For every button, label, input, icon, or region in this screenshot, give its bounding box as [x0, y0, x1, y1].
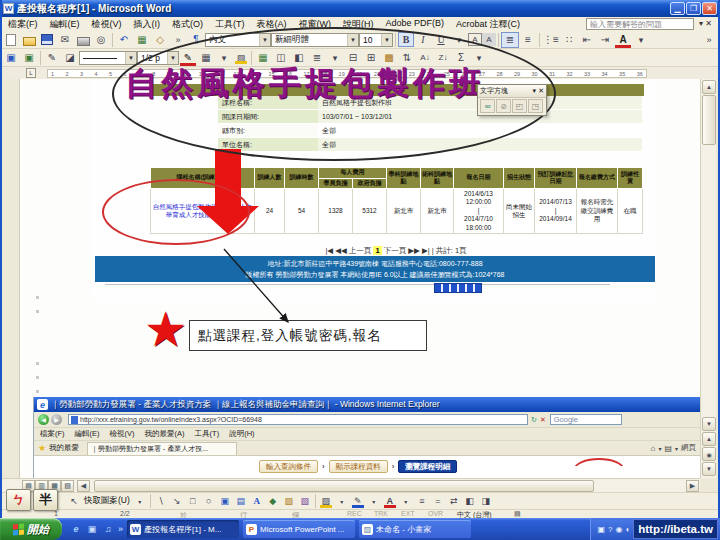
ime-mode-key[interactable]: ㄅ	[6, 489, 31, 511]
line-color-icon[interactable]: ✎	[350, 494, 366, 509]
outline-view-icon[interactable]: ▧	[61, 480, 74, 492]
save-icon[interactable]	[38, 32, 56, 48]
numbering-icon[interactable]: ⋮≡	[542, 32, 560, 48]
status-trk[interactable]: TRK	[374, 510, 388, 517]
next-textbox-icon[interactable]: ◳	[528, 99, 543, 113]
oval-icon[interactable]: ○	[201, 494, 217, 509]
menu-close-icon[interactable]: ▾ ✕	[699, 19, 712, 28]
textbox-toolbar-close-icon[interactable]: ✕	[538, 87, 544, 95]
print-icon[interactable]	[74, 32, 92, 48]
create-link-icon[interactable]: ∞	[480, 99, 495, 113]
select-browse-object-icon[interactable]: ◉	[702, 447, 716, 461]
media-quick-icon[interactable]: ♫	[102, 523, 114, 535]
browse-previous-icon[interactable]: ▲	[702, 432, 716, 446]
align-left-icon[interactable]: ≣	[501, 32, 519, 48]
vertical-scrollbar[interactable]: ▲ ▼ ▲ ◉ ▼	[700, 79, 716, 478]
style-combo[interactable]: 內文▼	[205, 33, 271, 47]
status-ext[interactable]: EXT	[401, 510, 415, 517]
ie-menu-item[interactable]: 說明(H)	[229, 429, 254, 439]
ie-menu-item[interactable]: 工具(T)	[195, 429, 220, 439]
pagination[interactable]: |◀ ◀◀ 上一頁 1 下一頁 ▶▶ ▶| | 共計: 1頁	[150, 246, 642, 256]
stop-icon[interactable]: ✕	[540, 416, 546, 424]
arrow-icon[interactable]: ↘	[169, 494, 185, 509]
ie-menu-item[interactable]: 檔案(F)	[40, 429, 65, 439]
font-size-combo[interactable]: 10▼	[359, 33, 393, 47]
line-style-icon[interactable]: ≡	[414, 494, 430, 509]
task-powerpoint[interactable]: P Microsoft PowerPoint ...	[243, 520, 355, 538]
tab-selector[interactable]: L	[26, 68, 36, 78]
textbox-toolbar-dropdown-icon[interactable]: ▾	[533, 87, 537, 95]
tray-volume-icon[interactable]: ◉	[615, 525, 622, 534]
scroll-right-icon[interactable]: ▶	[686, 480, 699, 492]
undo-icon[interactable]: ↶	[115, 32, 133, 48]
ime-shape-key[interactable]: 半	[33, 489, 58, 511]
clipart-icon[interactable]: ▨	[281, 494, 297, 509]
page-menu-button[interactable]: 網頁	[681, 443, 696, 453]
menu-item[interactable]: 編輯(E)	[44, 18, 86, 31]
address-field[interactable]: http://xxx.etraining.gov.tw/onlineIndex3…	[68, 414, 528, 425]
mail-icon[interactable]: ✉	[56, 32, 74, 48]
font-color-icon[interactable]: A	[614, 32, 632, 48]
fill-color-icon[interactable]: ▨	[318, 494, 334, 509]
step-query-button[interactable]: 輸入查詢條件	[259, 460, 318, 473]
vertical-textbox-icon[interactable]: ▤	[233, 494, 249, 509]
break-link-icon[interactable]: ⊘	[496, 99, 511, 113]
italic-icon[interactable]: I	[414, 32, 432, 48]
status-rec[interactable]: REC	[347, 510, 362, 517]
underline-dropdown-icon[interactable]: ▾	[450, 32, 468, 48]
task-paint[interactable]: ▨ 未命名 - 小畫家	[359, 520, 471, 538]
scroll-up-icon[interactable]: ▲	[702, 80, 716, 94]
draw-font-color-dropdown-icon[interactable]: ▾	[398, 494, 414, 509]
scroll-left-icon[interactable]: ◀	[77, 480, 90, 492]
minimize-button[interactable]: ▁	[670, 2, 685, 15]
favorites-label[interactable]: 我的最愛	[49, 443, 79, 453]
shadow-style-icon[interactable]: ◧	[462, 494, 478, 509]
draw-font-color-icon[interactable]: A	[382, 494, 398, 509]
increase-indent-icon[interactable]: ⇥	[596, 32, 614, 48]
font-combo[interactable]: 新細明體▼	[271, 33, 359, 47]
step-course-data-button[interactable]: 顯示課程資料	[329, 460, 388, 473]
home-dropdown-icon[interactable]: ▾	[658, 445, 661, 452]
doc-map-icon[interactable]: ▣	[2, 50, 20, 66]
ie-quick-icon[interactable]: e	[70, 523, 82, 535]
font-color-dropdown-icon[interactable]: ▾	[632, 32, 650, 48]
menu-item[interactable]: 檔案(F)	[2, 18, 44, 31]
horizontal-scroll-thumb[interactable]	[94, 480, 594, 492]
print-preview-icon[interactable]: ◎	[92, 32, 110, 48]
menu-item[interactable]: 插入(I)	[128, 18, 167, 31]
select-objects-icon[interactable]: ↖	[66, 494, 82, 509]
menu-item[interactable]: 表格(A)	[251, 18, 293, 31]
previous-textbox-icon[interactable]: ◰	[512, 99, 527, 113]
styles-icon[interactable]: ¶	[187, 32, 205, 48]
eraser-icon[interactable]: ◪	[61, 50, 79, 66]
draw-table-pen-icon[interactable]: ✎	[43, 50, 61, 66]
align-center-icon[interactable]: ≡	[519, 32, 537, 48]
ie-menu-item[interactable]: 檢視(V)	[110, 429, 135, 439]
close-button[interactable]: ✕	[702, 2, 717, 15]
toolbar-more-icon[interactable]: »	[700, 32, 718, 48]
menu-item[interactable]: 說明(H)	[337, 18, 380, 31]
wordart-icon[interactable]: A	[249, 494, 265, 509]
menu-item[interactable]: 檢視(V)	[86, 18, 128, 31]
decrease-indent-icon[interactable]: ⇤	[578, 32, 596, 48]
home-icon[interactable]: ⌂	[651, 444, 656, 453]
menu-item[interactable]: Acrobat 注釋(C)	[450, 18, 526, 31]
vertical-scroll-thumb[interactable]	[702, 95, 716, 145]
dash-style-icon[interactable]: =	[430, 494, 446, 509]
help-question-box[interactable]: 輸入需要解答的問題	[586, 18, 694, 30]
char-border-icon[interactable]: A	[468, 33, 482, 46]
bullets-icon[interactable]: ∷	[560, 32, 578, 48]
ime-indicator[interactable]: ㄅ 半	[6, 489, 60, 513]
menu-item[interactable]: 格式(O)	[166, 18, 209, 31]
textbox-icon[interactable]: ▣	[217, 494, 233, 509]
underline-icon[interactable]: U	[432, 32, 450, 48]
favorites-star-icon[interactable]: ★	[38, 443, 46, 453]
desktop-quick-icon[interactable]: ▣	[86, 523, 98, 535]
step-course-detail-button[interactable]: 瀏覽課程明細	[398, 460, 457, 473]
restore-button[interactable]: ❐	[686, 2, 701, 15]
table-icon[interactable]: ▦	[133, 32, 151, 48]
task-word[interactable]: W 產投報名程序[1] - M...	[127, 520, 239, 538]
pagination-next[interactable]: 下一頁 ▶▶ ▶| | 共計: 1頁	[384, 246, 467, 255]
scroll-down-icon[interactable]: ▼	[702, 417, 716, 431]
forward-icon[interactable]: ▶	[51, 414, 62, 425]
